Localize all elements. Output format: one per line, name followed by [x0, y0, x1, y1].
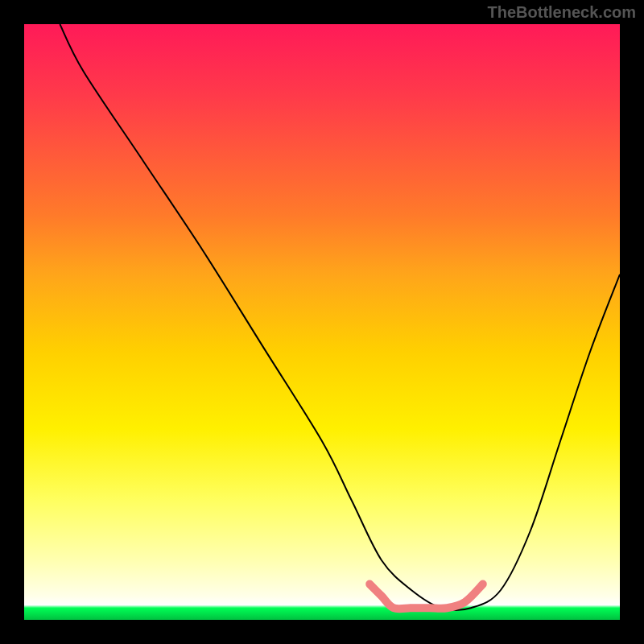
black-curve	[60, 24, 620, 610]
plot-area	[24, 24, 620, 620]
chart-container: TheBottleneck.com	[0, 0, 644, 644]
watermark-text: TheBottleneck.com	[488, 3, 636, 22]
curve-svg	[24, 24, 620, 620]
salmon-highlight	[369, 584, 483, 609]
